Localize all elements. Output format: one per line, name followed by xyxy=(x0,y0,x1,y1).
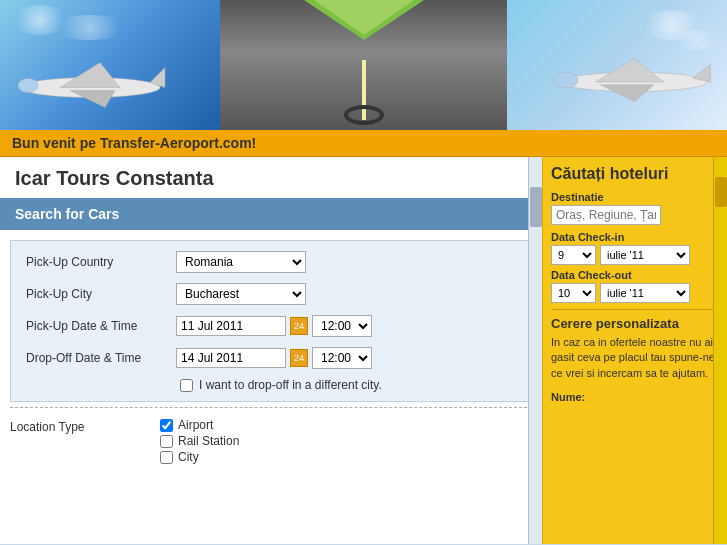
name-label: Nume: xyxy=(551,391,585,403)
right-scrollbar[interactable] xyxy=(713,157,727,544)
checkout-month-select[interactable]: iulie '11 xyxy=(600,283,690,303)
rail-station-checkbox[interactable] xyxy=(160,435,173,448)
left-scrollbar[interactable] xyxy=(528,157,542,544)
airport-checkbox[interactable] xyxy=(160,419,173,432)
dropoff-time-select[interactable]: 12:00 xyxy=(312,347,372,369)
pickup-country-control: Romania xyxy=(176,251,516,273)
plane-right-icon xyxy=(547,50,722,110)
pickup-datetime-control: 24 12:00 xyxy=(176,315,516,337)
checkout-day-select[interactable]: 10 xyxy=(551,283,596,303)
left-content: Icar Tours Constanta Search for Cars Pic… xyxy=(0,157,542,544)
checkin-label: Data Check-in xyxy=(551,231,719,243)
airport-option: Airport xyxy=(160,418,239,432)
destination-label: Destinatie xyxy=(551,191,719,203)
custom-request-text: In caz ca in ofertele noastre nu ai gasi… xyxy=(551,335,719,381)
pickup-city-select[interactable]: Bucharest xyxy=(176,283,306,305)
destination-input[interactable] xyxy=(551,205,661,225)
banner-left xyxy=(0,0,220,130)
svg-point-4 xyxy=(18,79,38,93)
sidebar-title: Căutați hoteluri xyxy=(551,165,719,183)
airport-label: Airport xyxy=(178,418,213,432)
pickup-calendar-icon[interactable]: 24 xyxy=(290,317,308,335)
pickup-city-label: Pick-Up City xyxy=(26,287,176,301)
checkout-label: Data Check-out xyxy=(551,269,719,281)
city-option: City xyxy=(160,450,239,464)
checkin-month-select[interactable]: iulie '11 xyxy=(600,245,690,265)
sidebar-divider xyxy=(551,309,719,310)
dropoff-datetime-row: Drop-Off Date & Time 24 12:00 xyxy=(26,342,516,374)
pickup-time-select[interactable]: 12:00 xyxy=(312,315,372,337)
location-options: Airport Rail Station City xyxy=(160,418,239,464)
svg-marker-1 xyxy=(60,63,120,88)
pickup-city-row: Pick-Up City Bucharest xyxy=(26,278,516,310)
pickup-city-control: Bucharest xyxy=(176,283,516,305)
dropoff-calendar-icon[interactable]: 24 xyxy=(290,349,308,367)
right-sidebar: Căutați hoteluri Destinatie Data Check-i… xyxy=(542,157,727,544)
pickup-country-row: Pick-Up Country Romania xyxy=(26,246,516,278)
rail-station-option: Rail Station xyxy=(160,434,239,448)
dropoff-date-input[interactable] xyxy=(176,348,286,368)
pickup-date-input[interactable] xyxy=(176,316,286,336)
different-city-checkbox[interactable] xyxy=(180,379,193,392)
search-cars-header: Search for Cars xyxy=(0,198,542,230)
svg-marker-2 xyxy=(70,91,115,108)
welcome-bar: Bun venit pe Transfer-Aeroport.com! xyxy=(0,130,727,157)
pickup-datetime-row: Pick-Up Date & Time 24 12:00 xyxy=(26,310,516,342)
checkin-day-select[interactable]: 9 xyxy=(551,245,596,265)
dropoff-datetime-control: 24 12:00 xyxy=(176,347,516,369)
search-form: Pick-Up Country Romania Pick-Up City Buc… xyxy=(10,240,532,402)
pickup-country-label: Pick-Up Country xyxy=(26,255,176,269)
pickup-datetime-label: Pick-Up Date & Time xyxy=(26,319,176,333)
different-city-row: I want to drop-off in a different city. xyxy=(26,374,516,396)
pickup-country-select[interactable]: Romania xyxy=(176,251,306,273)
main-layout: Icar Tours Constanta Search for Cars Pic… xyxy=(0,157,727,544)
checkin-row: 9 iulie '11 xyxy=(551,245,719,265)
page-title: Icar Tours Constanta xyxy=(0,157,542,198)
city-checkbox[interactable] xyxy=(160,451,173,464)
dropoff-datetime-label: Drop-Off Date & Time xyxy=(26,351,176,365)
location-type-label: Location Type xyxy=(10,418,150,434)
right-scrollbar-thumb xyxy=(715,177,727,207)
left-scrollbar-thumb xyxy=(530,187,542,227)
banner-right xyxy=(507,0,727,130)
divider-1 xyxy=(10,407,532,408)
different-city-label: I want to drop-off in a different city. xyxy=(199,378,382,392)
header-banner xyxy=(0,0,727,130)
custom-request-title: Cerere personalizata xyxy=(551,316,719,331)
checkout-row: 10 iulie '11 xyxy=(551,283,719,303)
name-row: Nume: xyxy=(551,389,719,404)
svg-marker-7 xyxy=(600,85,653,102)
city-label: City xyxy=(178,450,199,464)
plane-left-icon xyxy=(10,50,170,115)
svg-marker-6 xyxy=(596,59,664,82)
svg-point-9 xyxy=(555,72,578,88)
location-type-section: Location Type Airport Rail Station City xyxy=(0,413,542,469)
banner-center xyxy=(220,0,507,130)
welcome-text: Bun venit pe Transfer-Aeroport.com! xyxy=(12,135,256,151)
rail-station-label: Rail Station xyxy=(178,434,239,448)
